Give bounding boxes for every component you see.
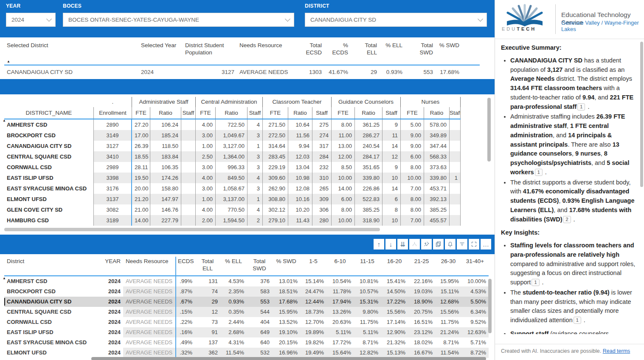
table-row[interactable]: CANANDAIGUA CITY SD20243127AVERAGE NEEDS… (4, 65, 462, 78)
alert-icon[interactable] (445, 239, 456, 249)
column-header-cell[interactable]: ECDS (175, 257, 195, 275)
column-header-cell[interactable]: 16-20 (381, 257, 408, 275)
table-row[interactable]: EAST ISLIP UFSD2024AVERAGE NEEDS.16%912.… (4, 327, 490, 337)
copy-icon[interactable] (433, 239, 444, 249)
sort-ascending-icon[interactable]: ▲ (3, 119, 6, 122)
column-header-cell[interactable]: 26-30 (435, 257, 461, 275)
table-row[interactable]: CORNWALL CSD2024AVERAGE NEEDS.22%732.44%… (4, 317, 490, 327)
column-header-cell[interactable]: Staff (247, 107, 263, 119)
column-header-cell[interactable]: Staff (450, 107, 461, 119)
pin-icon[interactable] (421, 239, 432, 249)
citation-chip[interactable]: 1 (532, 279, 539, 286)
column-header-cell[interactable]: Total ELL (195, 257, 220, 275)
table-row[interactable]: BROCKPORT CSD314917.00185.243.001,049.67… (4, 130, 486, 141)
column-header-cell[interactable]: Ratio (150, 107, 181, 119)
boces-dropdown[interactable]: BOCES ONTAR-SENEC-YATES-CAYUGA-WAYNE (63, 13, 294, 27)
table-cell: 849.50 (216, 173, 247, 183)
table-cell: 3 (247, 130, 263, 141)
table-row[interactable]: CENTRAL SQUARE CSD341018.55183.842.501,3… (4, 151, 486, 162)
column-header-cell[interactable]: Ratio (355, 107, 382, 119)
table-row[interactable]: GLEN COVE CITY SD308221.00146.764.00770.… (4, 204, 486, 215)
table-row[interactable]: BROCKPORT CSD2024AVERAGE NEEDS.87%742.35… (4, 286, 490, 297)
sort-ascending-icon[interactable]: ▲ (7, 60, 10, 63)
column-header-cell[interactable]: Needs Resource (237, 42, 293, 56)
table-row[interactable]: CANANDAIGUA CITY SD312726.39118.501.003,… (4, 141, 486, 151)
table-row[interactable]: CORNWALL CSD298928.11106.353.00996.33322… (4, 162, 486, 173)
table-cell: .22% (175, 317, 195, 327)
vertical-scrollbar[interactable] (487, 98, 491, 162)
column-header-cell[interactable]: Staff (181, 107, 196, 119)
district-dropdown[interactable]: CANANDAIGUA CITY SD (305, 13, 487, 27)
citation-chip[interactable]: 1 (574, 317, 581, 324)
column-header-cell[interactable]: FTE (263, 107, 288, 119)
column-header-cell[interactable]: Total SWD (405, 42, 436, 56)
column-header-cell[interactable]: FTE (332, 107, 355, 119)
column-header-cell[interactable]: Selected District (4, 42, 138, 56)
table-cell (181, 141, 196, 151)
read-terms-link[interactable]: Read terms (603, 348, 630, 354)
column-header-cell[interactable]: Enrollment (94, 107, 132, 119)
focus-mode-icon[interactable] (469, 239, 479, 249)
table-row[interactable]: ELMONT UFSD2024AVERAGE NEEDS.32%36211.54… (4, 348, 490, 358)
column-header-cell[interactable]: District (4, 257, 93, 275)
column-header-cell[interactable]: % ECDS (324, 42, 351, 56)
drill-up-icon[interactable]: ↑ (374, 239, 384, 249)
column-header-cell[interactable]: Ratio (424, 107, 450, 119)
column-header-cell[interactable]: Staff (382, 107, 401, 119)
horizontal-scrollbar[interactable] (4, 228, 380, 231)
column-header-cell[interactable]: Ratio (288, 107, 312, 119)
horizontal-scrollbar[interactable] (91, 357, 486, 360)
citation-chip[interactable]: 1 (535, 169, 543, 176)
table-row[interactable]: CANANDAIGUA CITY SD2024AVERAGE NEEDS.67%… (4, 297, 490, 307)
column-header-cell[interactable]: % SWD (436, 42, 462, 56)
table-cell: 14 (382, 183, 401, 194)
table-row[interactable]: EAST SYRACUSE MINOA CSD317620.00158.803.… (4, 183, 486, 194)
column-header-cell[interactable]: Staff (312, 107, 332, 119)
column-header-cell[interactable]: Selected Year (138, 42, 183, 56)
year-dropdown[interactable]: 2024 (6, 13, 56, 27)
column-header-cell[interactable]: Total ELL (351, 42, 380, 56)
table-cell (181, 151, 196, 162)
sort-ascending-icon[interactable]: ▲ (3, 276, 6, 280)
column-header-cell[interactable]: FTE (132, 107, 150, 119)
table-cell: 2989 (94, 162, 132, 173)
filter-bar: YEAR 2024 BOCES BOCES ONTAR-SENEC-YATES-… (0, 0, 495, 37)
column-header-cell[interactable]: % SWD (272, 257, 300, 275)
table-row[interactable]: AMHERST CSD2024AVERAGE NEEDS.99%1314.53%… (4, 276, 490, 286)
column-header-cell[interactable]: Ratio (216, 107, 247, 119)
column-header-cell[interactable]: 11-15 (354, 257, 381, 275)
column-header-cell[interactable]: DISTRICT_NAME (4, 107, 94, 119)
column-header-cell[interactable]: FTE (401, 107, 424, 119)
table-cell: CORNWALL CSD (4, 317, 93, 327)
table-row[interactable]: EAST ISLIP UFSD339819.50174.264.00849.50… (4, 173, 486, 183)
column-header-cell[interactable]: 31-40+ (461, 257, 489, 275)
table-row[interactable]: EAST SYRACUSE MINOA CSD2024AVERAGE NEEDS… (4, 337, 490, 348)
table-cell: 226.86 (355, 183, 382, 194)
filter-icon[interactable] (457, 239, 467, 249)
column-header-cell[interactable]: 6-10 (326, 257, 354, 275)
more-options-icon[interactable]: … (481, 239, 491, 249)
column-header-cell[interactable]: 21-25 (408, 257, 435, 275)
column-header-cell[interactable]: Total SWD (247, 257, 272, 275)
column-header-cell[interactable]: % ELL (220, 257, 247, 275)
column-header-cell[interactable]: FTE (196, 107, 216, 119)
table-row[interactable]: HAMBURG CSD318914.00227.792.001,594.5022… (4, 215, 486, 226)
expand-levels-icon[interactable]: ⇊ (397, 239, 408, 249)
column-header-cell[interactable]: YEAR (93, 257, 123, 275)
table-cell: 8.71% (354, 337, 381, 348)
vertical-scrollbar[interactable] (488, 279, 492, 333)
citation-chip[interactable]: 1 (577, 103, 585, 111)
table-row[interactable]: ELMONT UFSD313721.20147.971.003,137.0013… (4, 194, 486, 204)
table-row[interactable]: CENTRAL SQUARE CSD2024AVERAGE NEEDS.15%1… (4, 307, 490, 317)
column-header-cell[interactable]: 1-5 (300, 257, 326, 275)
column-header-cell[interactable]: District Student Population (183, 42, 237, 56)
column-header-cell[interactable]: Total ECSD (293, 42, 324, 56)
year-filter: YEAR 2024 (6, 3, 56, 27)
column-header-cell[interactable]: Needs Resource (123, 257, 175, 275)
table-cell: 284.17 (355, 151, 382, 162)
table-row[interactable]: AMHERST CSD289027.20106.244.00722.504271… (4, 119, 486, 130)
citation-chip[interactable]: 2 (563, 216, 571, 223)
drill-down-icon[interactable]: ↓ (385, 239, 396, 249)
column-header-cell[interactable]: % ELL (380, 42, 405, 56)
sidebar-scrollbar[interactable] (640, 42, 643, 187)
